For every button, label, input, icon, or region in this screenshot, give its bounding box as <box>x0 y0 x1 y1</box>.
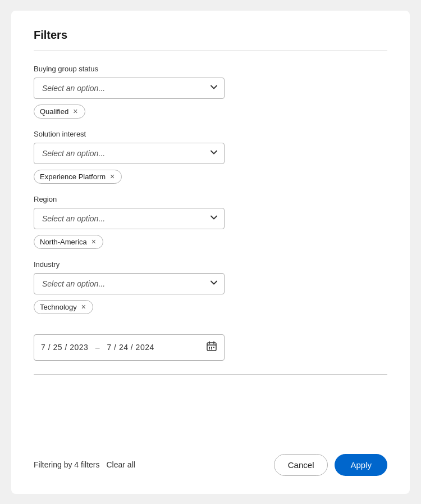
industry-select-wrapper: Select an option... <box>34 273 225 294</box>
svg-rect-8 <box>211 348 212 349</box>
svg-rect-6 <box>213 347 214 348</box>
filters-modal: Filters Buying group status Select an op… <box>11 11 410 494</box>
buying-group-status-select[interactable]: Select an option... <box>34 78 225 99</box>
date-end: 7 / 24 / 2024 <box>107 343 154 352</box>
modal-title: Filters <box>34 29 387 42</box>
region-select[interactable]: Select an option... <box>34 208 225 229</box>
footer-divider <box>34 374 387 375</box>
svg-rect-7 <box>209 348 210 349</box>
tag-north-america: North-America × <box>34 235 103 249</box>
buying-group-status-select-wrapper: Select an option... <box>34 78 225 99</box>
date-range-text: 7 / 25 / 2023 – 7 / 24 / 2024 <box>41 343 206 352</box>
date-start: 7 / 25 / 2023 <box>41 343 88 352</box>
region-tags: North-America × <box>34 235 387 249</box>
industry-tags: Technology × <box>34 300 387 314</box>
clear-all-button[interactable]: Clear all <box>106 460 135 469</box>
tag-technology-remove[interactable]: × <box>80 303 87 311</box>
tag-qualified: Qualified × <box>34 105 85 119</box>
buying-group-status-tags: Qualified × <box>34 105 387 119</box>
tag-experience-platform: Experience Platform × <box>34 170 122 184</box>
solution-interest-select[interactable]: Select an option... <box>34 143 225 164</box>
tag-experience-platform-label: Experience Platform <box>40 172 106 181</box>
tag-technology: Technology × <box>34 300 93 314</box>
svg-rect-5 <box>211 347 212 348</box>
industry-label: Industry <box>34 260 387 269</box>
tag-qualified-remove[interactable]: × <box>72 107 79 115</box>
action-buttons: Cancel Apply <box>274 454 387 476</box>
date-separator: – <box>95 343 100 352</box>
cancel-button[interactable]: Cancel <box>274 454 328 476</box>
region-section: Region Select an option... North-America… <box>34 195 387 249</box>
svg-rect-4 <box>209 347 210 348</box>
footer: Filtering by 4 filters Clear all Cancel … <box>34 449 387 476</box>
title-divider <box>34 51 387 51</box>
date-range-picker[interactable]: 7 / 25 / 2023 – 7 / 24 / 2024 <box>34 334 225 361</box>
tag-north-america-remove[interactable]: × <box>90 238 97 246</box>
industry-select[interactable]: Select an option... <box>34 273 225 294</box>
region-label: Region <box>34 195 387 203</box>
filter-info: Filtering by 4 filters Clear all <box>34 460 135 469</box>
solution-interest-section: Solution interest Select an option... Ex… <box>34 130 387 184</box>
apply-button[interactable]: Apply <box>335 454 387 476</box>
solution-interest-label: Solution interest <box>34 130 387 138</box>
tag-technology-label: Technology <box>40 303 77 311</box>
tag-north-america-label: North-America <box>40 238 87 246</box>
tag-qualified-label: Qualified <box>40 107 68 116</box>
solution-interest-select-wrapper: Select an option... <box>34 143 225 164</box>
region-select-wrapper: Select an option... <box>34 208 225 229</box>
solution-interest-tags: Experience Platform × <box>34 170 387 184</box>
filtering-by-text: Filtering by 4 filters <box>34 460 99 469</box>
buying-group-status-label: Buying group status <box>34 65 387 73</box>
buying-group-status-section: Buying group status Select an option... … <box>34 65 387 119</box>
calendar-icon[interactable] <box>206 340 217 355</box>
industry-section: Industry Select an option... Technology … <box>34 260 387 314</box>
tag-experience-platform-remove[interactable]: × <box>109 172 116 180</box>
